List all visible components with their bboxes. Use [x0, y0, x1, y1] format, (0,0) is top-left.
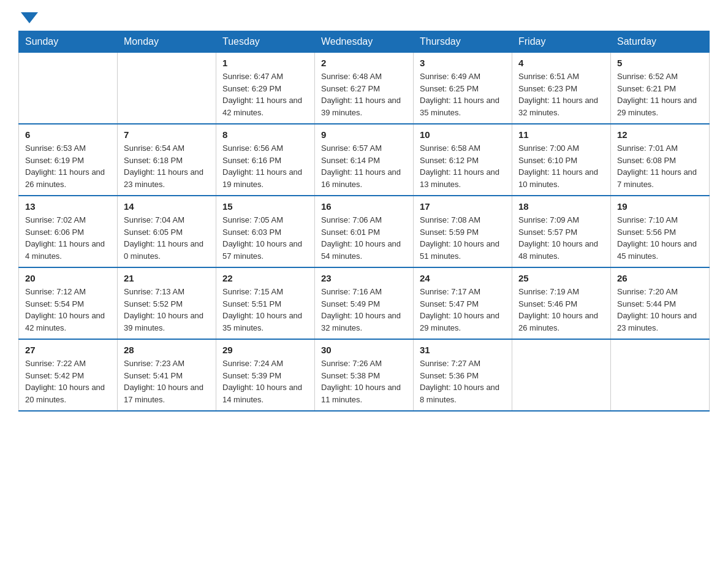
- calendar-cell: 31Sunrise: 7:27 AM Sunset: 5:36 PM Dayli…: [414, 339, 512, 411]
- calendar-cell: 7Sunrise: 6:54 AM Sunset: 6:18 PM Daylig…: [118, 124, 216, 196]
- day-number: 2: [321, 58, 407, 68]
- calendar-cell: 8Sunrise: 6:56 AM Sunset: 6:16 PM Daylig…: [216, 124, 315, 196]
- header-saturday: Saturday: [611, 31, 710, 53]
- day-number: 1: [222, 58, 308, 68]
- day-number: 21: [124, 273, 210, 283]
- day-info: Sunrise: 7:05 AM Sunset: 6:03 PM Dayligh…: [222, 214, 308, 262]
- day-number: 14: [124, 201, 210, 212]
- day-info: Sunrise: 6:51 AM Sunset: 6:23 PM Dayligh…: [518, 71, 604, 118]
- day-number: 9: [321, 129, 407, 140]
- day-info: Sunrise: 6:52 AM Sunset: 6:21 PM Dayligh…: [617, 71, 703, 118]
- calendar-cell: 4Sunrise: 6:51 AM Sunset: 6:23 PM Daylig…: [512, 53, 611, 124]
- day-number: 6: [25, 129, 111, 140]
- day-number: 26: [617, 273, 703, 283]
- calendar-cell: 30Sunrise: 7:26 AM Sunset: 5:38 PM Dayli…: [315, 339, 414, 411]
- logo: [18, 12, 38, 25]
- day-number: 24: [420, 273, 506, 283]
- day-number: 23: [321, 273, 407, 283]
- calendar-cell: 6Sunrise: 6:53 AM Sunset: 6:19 PM Daylig…: [19, 124, 118, 196]
- day-number: 25: [518, 273, 604, 283]
- calendar-cell: 29Sunrise: 7:24 AM Sunset: 5:39 PM Dayli…: [216, 339, 315, 411]
- day-info: Sunrise: 7:20 AM Sunset: 5:44 PM Dayligh…: [617, 286, 703, 334]
- calendar-cell: 5Sunrise: 6:52 AM Sunset: 6:21 PM Daylig…: [611, 53, 710, 124]
- day-number: 17: [420, 201, 506, 212]
- day-number: 13: [25, 201, 111, 212]
- day-info: Sunrise: 6:49 AM Sunset: 6:25 PM Dayligh…: [420, 71, 506, 118]
- day-info: Sunrise: 7:10 AM Sunset: 5:56 PM Dayligh…: [617, 214, 703, 262]
- calendar-cell: [19, 53, 118, 124]
- day-info: Sunrise: 7:04 AM Sunset: 6:05 PM Dayligh…: [124, 214, 210, 262]
- day-info: Sunrise: 6:53 AM Sunset: 6:19 PM Dayligh…: [25, 142, 111, 190]
- calendar-cell: 23Sunrise: 7:16 AM Sunset: 5:49 PM Dayli…: [315, 267, 414, 339]
- day-number: 5: [617, 58, 703, 68]
- calendar-cell: 22Sunrise: 7:15 AM Sunset: 5:51 PM Dayli…: [216, 267, 315, 339]
- day-number: 3: [420, 58, 506, 68]
- day-info: Sunrise: 6:47 AM Sunset: 6:29 PM Dayligh…: [222, 71, 308, 118]
- day-info: Sunrise: 7:26 AM Sunset: 5:38 PM Dayligh…: [321, 358, 407, 405]
- day-info: Sunrise: 7:23 AM Sunset: 5:41 PM Dayligh…: [124, 358, 210, 405]
- calendar-cell: 12Sunrise: 7:01 AM Sunset: 6:08 PM Dayli…: [611, 124, 710, 196]
- day-info: Sunrise: 7:15 AM Sunset: 5:51 PM Dayligh…: [222, 286, 308, 334]
- day-info: Sunrise: 7:22 AM Sunset: 5:42 PM Dayligh…: [25, 358, 111, 405]
- day-number: 20: [25, 273, 111, 283]
- calendar-body: 1Sunrise: 6:47 AM Sunset: 6:29 PM Daylig…: [19, 53, 710, 412]
- day-info: Sunrise: 7:12 AM Sunset: 5:54 PM Dayligh…: [25, 286, 111, 334]
- calendar-cell: 15Sunrise: 7:05 AM Sunset: 6:03 PM Dayli…: [216, 196, 315, 267]
- calendar-cell: [611, 339, 710, 411]
- day-info: Sunrise: 7:09 AM Sunset: 5:57 PM Dayligh…: [518, 214, 604, 262]
- calendar-cell: 3Sunrise: 6:49 AM Sunset: 6:25 PM Daylig…: [414, 53, 512, 124]
- day-number: 7: [124, 129, 210, 140]
- calendar-cell: 20Sunrise: 7:12 AM Sunset: 5:54 PM Dayli…: [19, 267, 118, 339]
- week-row-0: 1Sunrise: 6:47 AM Sunset: 6:29 PM Daylig…: [19, 53, 710, 124]
- calendar-cell: 25Sunrise: 7:19 AM Sunset: 5:46 PM Dayli…: [512, 267, 611, 339]
- calendar-cell: 28Sunrise: 7:23 AM Sunset: 5:41 PM Dayli…: [118, 339, 216, 411]
- calendar-cell: 1Sunrise: 6:47 AM Sunset: 6:29 PM Daylig…: [216, 53, 315, 124]
- day-info: Sunrise: 7:24 AM Sunset: 5:39 PM Dayligh…: [222, 358, 308, 405]
- day-number: 12: [617, 129, 703, 140]
- day-number: 22: [222, 273, 308, 283]
- header-friday: Friday: [512, 31, 611, 53]
- logo-triangle-icon: [21, 12, 38, 23]
- week-row-1: 6Sunrise: 6:53 AM Sunset: 6:19 PM Daylig…: [19, 124, 710, 196]
- day-number: 28: [124, 345, 210, 355]
- page-header: [18, 12, 710, 25]
- calendar-cell: 18Sunrise: 7:09 AM Sunset: 5:57 PM Dayli…: [512, 196, 611, 267]
- day-info: Sunrise: 7:01 AM Sunset: 6:08 PM Dayligh…: [617, 142, 703, 190]
- logo-blue-text: [18, 12, 38, 25]
- week-row-3: 20Sunrise: 7:12 AM Sunset: 5:54 PM Dayli…: [19, 267, 710, 339]
- day-number: 11: [518, 129, 604, 140]
- day-info: Sunrise: 7:06 AM Sunset: 6:01 PM Dayligh…: [321, 214, 407, 262]
- day-number: 10: [420, 129, 506, 140]
- day-number: 16: [321, 201, 407, 212]
- calendar-header: Sunday Monday Tuesday Wednesday Thursday…: [19, 31, 710, 53]
- day-info: Sunrise: 6:58 AM Sunset: 6:12 PM Dayligh…: [420, 142, 506, 190]
- header-sunday: Sunday: [19, 31, 118, 53]
- day-number: 19: [617, 201, 703, 212]
- calendar-cell: 9Sunrise: 6:57 AM Sunset: 6:14 PM Daylig…: [315, 124, 414, 196]
- calendar-cell: 26Sunrise: 7:20 AM Sunset: 5:44 PM Dayli…: [611, 267, 710, 339]
- day-info: Sunrise: 7:02 AM Sunset: 6:06 PM Dayligh…: [25, 214, 111, 262]
- day-info: Sunrise: 7:17 AM Sunset: 5:47 PM Dayligh…: [420, 286, 506, 334]
- day-number: 29: [222, 345, 308, 355]
- calendar-cell: 11Sunrise: 7:00 AM Sunset: 6:10 PM Dayli…: [512, 124, 611, 196]
- day-number: 18: [518, 201, 604, 212]
- calendar-cell: 27Sunrise: 7:22 AM Sunset: 5:42 PM Dayli…: [19, 339, 118, 411]
- calendar-cell: 13Sunrise: 7:02 AM Sunset: 6:06 PM Dayli…: [19, 196, 118, 267]
- week-row-4: 27Sunrise: 7:22 AM Sunset: 5:42 PM Dayli…: [19, 339, 710, 411]
- calendar-cell: 14Sunrise: 7:04 AM Sunset: 6:05 PM Dayli…: [118, 196, 216, 267]
- day-number: 15: [222, 201, 308, 212]
- calendar-cell: 17Sunrise: 7:08 AM Sunset: 5:59 PM Dayli…: [414, 196, 512, 267]
- day-info: Sunrise: 6:48 AM Sunset: 6:27 PM Dayligh…: [321, 71, 407, 118]
- header-row: Sunday Monday Tuesday Wednesday Thursday…: [19, 31, 710, 53]
- calendar-cell: [118, 53, 216, 124]
- day-info: Sunrise: 6:54 AM Sunset: 6:18 PM Dayligh…: [124, 142, 210, 190]
- day-info: Sunrise: 7:08 AM Sunset: 5:59 PM Dayligh…: [420, 214, 506, 262]
- day-info: Sunrise: 7:27 AM Sunset: 5:36 PM Dayligh…: [420, 358, 506, 405]
- header-tuesday: Tuesday: [216, 31, 315, 53]
- day-info: Sunrise: 6:57 AM Sunset: 6:14 PM Dayligh…: [321, 142, 407, 190]
- calendar-cell: 2Sunrise: 6:48 AM Sunset: 6:27 PM Daylig…: [315, 53, 414, 124]
- calendar-table: Sunday Monday Tuesday Wednesday Thursday…: [18, 31, 710, 412]
- header-wednesday: Wednesday: [315, 31, 414, 53]
- header-monday: Monday: [118, 31, 216, 53]
- day-info: Sunrise: 7:19 AM Sunset: 5:46 PM Dayligh…: [518, 286, 604, 334]
